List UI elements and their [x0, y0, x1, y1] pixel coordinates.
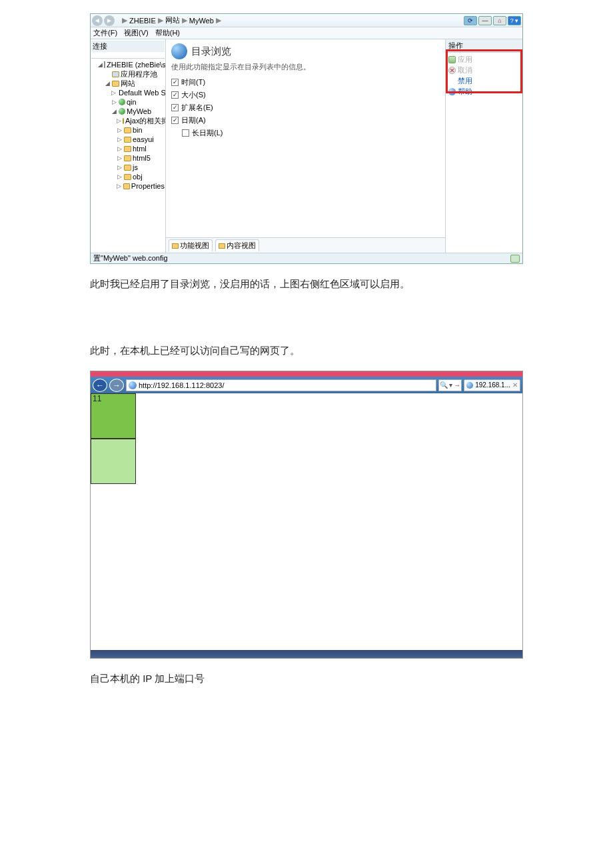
- tree-myweb-site[interactable]: MyWeb: [127, 107, 151, 116]
- taskbar: [91, 650, 522, 658]
- back-button[interactable]: ◄: [92, 15, 103, 26]
- tree-folder[interactable]: easyui: [133, 135, 154, 144]
- folder-icon: [123, 118, 124, 124]
- ie-tab-close[interactable]: ✕: [512, 381, 518, 389]
- iis-manager-window: ◄ ► ▶ ZHEBIE ▶ 网站 ▶ MyWeb ▶ ⟳ — ⌂ ? ▾ 文: [90, 13, 523, 264]
- box-number: 11: [91, 394, 135, 403]
- checkbox-long-date[interactable]: [182, 129, 189, 137]
- page-title: 目录浏览: [191, 45, 231, 58]
- forward-button[interactable]: ►: [104, 15, 115, 26]
- page-description: 使用此功能指定显示在目录列表中的信息。: [171, 62, 440, 72]
- folder-icon: [124, 155, 131, 161]
- tab-features-view[interactable]: 功能视图: [169, 239, 213, 251]
- ie-title-bar: [91, 371, 522, 377]
- app-pool-icon: [112, 71, 119, 77]
- home-icon[interactable]: ⌂: [493, 16, 506, 25]
- ie-site-icon: [129, 381, 137, 389]
- ie-tab-icon: [466, 382, 473, 389]
- folder-icon: [124, 174, 131, 180]
- tab-content-label: 内容视图: [227, 241, 256, 251]
- action-apply[interactable]: 应用: [448, 54, 520, 65]
- search-icon: 🔍: [440, 381, 448, 389]
- tree-folder[interactable]: js: [133, 163, 138, 172]
- help-dropdown-button[interactable]: ? ▾: [508, 16, 521, 25]
- content-pane: 目录浏览 使用此功能指定显示在目录列表中的信息。 时间(T) 大小(S) 扩展名…: [166, 39, 445, 253]
- ie-url: http://192.168.1.112:8023/: [139, 381, 224, 389]
- connections-tree[interactable]: 连接 ◢ZHEBIE (zheBie\sa) 应用程序池 ◢网站 ▷Defaul…: [91, 39, 166, 253]
- menu-file[interactable]: 文件(F): [93, 28, 117, 38]
- folder-icon: [124, 146, 131, 152]
- checkbox-size[interactable]: [171, 91, 179, 99]
- ie-forward-button[interactable]: →: [109, 379, 124, 392]
- tab-features-label: 功能视图: [180, 241, 209, 251]
- action-help-label: 帮助: [458, 86, 472, 97]
- tree-folder[interactable]: html5: [133, 153, 151, 163]
- window-min-button[interactable]: —: [478, 16, 492, 25]
- tree-folder[interactable]: Properties: [131, 181, 165, 191]
- label-size: 大小(S): [181, 90, 206, 100]
- crumb-myweb: MyWeb: [189, 17, 214, 25]
- folder-icon: [124, 165, 131, 171]
- ie-back-button[interactable]: ←: [93, 379, 107, 392]
- action-disable[interactable]: 禁用: [448, 75, 520, 86]
- cancel-icon: [448, 67, 456, 74]
- tree-sites[interactable]: 网站: [121, 79, 135, 88]
- tree-folder[interactable]: Ajax的相关操作: [125, 116, 166, 125]
- green-box-2: [91, 439, 136, 484]
- help-icon: [448, 88, 456, 95]
- actions-pane: 操作 应用 取消 禁用 帮助: [445, 39, 522, 253]
- green-box-1: 11: [91, 393, 136, 439]
- iis-address-bar: ◄ ► ▶ ZHEBIE ▶ 网站 ▶ MyWeb ▶ ⟳ — ⌂ ? ▾: [91, 14, 522, 27]
- tree-qin-site[interactable]: qin: [127, 97, 137, 107]
- tree-folder[interactable]: obj: [133, 172, 143, 181]
- ie-tab[interactable]: 192.168.1... ✕: [464, 379, 520, 391]
- ie-search-box[interactable]: 🔍▾→: [438, 379, 462, 391]
- tree-folder[interactable]: bin: [133, 125, 143, 135]
- folder-icon: [123, 183, 130, 189]
- connections-header: 连接: [91, 41, 165, 52]
- iis-menu-bar: 文件(F) 视图(V) 帮助(H): [91, 27, 522, 39]
- folder-icon: [124, 127, 131, 133]
- config-icon: [510, 255, 520, 263]
- server-icon: [104, 61, 105, 68]
- action-cancel-label: 取消: [458, 65, 472, 75]
- status-text: 置"MyWeb" web.config: [93, 253, 168, 263]
- tree-folder[interactable]: html: [133, 144, 147, 153]
- menu-help[interactable]: 帮助(H): [155, 28, 180, 38]
- paragraph-3: 自己本机的 IP 加上端口号: [90, 671, 523, 687]
- view-tabs: 功能视图 内容视图: [166, 237, 445, 253]
- label-long-date: 长日期(L): [192, 128, 223, 138]
- menu-view[interactable]: 视图(V): [124, 28, 149, 38]
- crumb-sites: 网站: [165, 15, 180, 25]
- tab-content-view[interactable]: 内容视图: [215, 239, 259, 251]
- label-time: 时间(T): [181, 77, 205, 87]
- ie-tab-label: 192.168.1...: [475, 381, 510, 389]
- crumb-server: ZHEBIE: [129, 17, 156, 25]
- site-icon: [119, 99, 125, 105]
- window-resize-button[interactable]: ⟳: [464, 16, 477, 25]
- site-icon: [119, 108, 125, 115]
- blank-icon: [448, 77, 456, 85]
- action-disable-label: 禁用: [458, 75, 472, 86]
- label-ext: 扩展名(E): [181, 103, 213, 113]
- label-date: 日期(A): [181, 115, 206, 125]
- checkbox-ext[interactable]: [171, 104, 179, 111]
- tree-default-site[interactable]: Default Web Site: [119, 88, 166, 97]
- checkbox-time[interactable]: [171, 79, 179, 86]
- action-help[interactable]: 帮助: [448, 86, 520, 97]
- features-icon: [172, 243, 179, 249]
- tree-app-pools[interactable]: 应用程序池: [121, 69, 157, 79]
- ie-window: ← → http://192.168.1.112:8023/ 🔍▾→ 192.1…: [90, 371, 523, 659]
- action-apply-label: 应用: [458, 54, 472, 65]
- folder-icon: [112, 81, 119, 87]
- actions-header: 操作: [446, 39, 522, 53]
- folder-icon: [124, 137, 131, 143]
- apply-icon: [448, 56, 456, 63]
- ie-toolbar: ← → http://192.168.1.112:8023/ 🔍▾→ 192.1…: [91, 377, 522, 393]
- tree-server[interactable]: ZHEBIE (zheBie\sa): [107, 60, 166, 69]
- breadcrumb[interactable]: ▶ ZHEBIE ▶ 网站 ▶ MyWeb ▶: [117, 15, 224, 25]
- checkbox-date[interactable]: [171, 117, 179, 124]
- status-bar: 置"MyWeb" web.config: [91, 253, 522, 263]
- ie-address-bar[interactable]: http://192.168.1.112:8023/: [126, 379, 436, 391]
- action-cancel[interactable]: 取消: [448, 65, 520, 75]
